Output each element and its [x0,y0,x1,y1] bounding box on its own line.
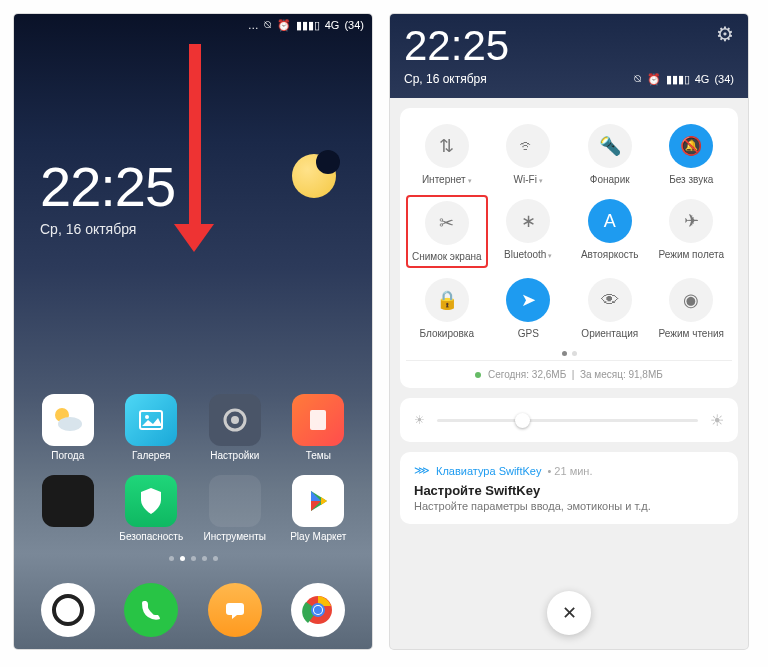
notification-card[interactable]: ⋙ Клавиатура SwiftKey • 21 мин. Настройт… [400,452,738,524]
battery-label: (34) [344,19,364,31]
qs-label: Режим чтения [659,328,724,339]
alarm-icon: ⏰ [277,19,291,32]
orientation-icon: 👁 [588,278,632,322]
tools-folder-icon [209,475,261,527]
dock-camera[interactable] [41,583,95,637]
qs-label: Ориентация [581,328,638,339]
brightness-track[interactable] [437,419,698,422]
qs-label: Автояркость [581,249,639,260]
chevron-down-icon: ▾ [539,177,543,184]
qs-mute[interactable]: 🔕Без звука [651,120,733,189]
svg-rect-6 [310,410,326,430]
flashlight-icon: 🔦 [588,124,632,168]
settings-gear-icon[interactable]: ⚙ [716,22,734,46]
app-settings[interactable]: Настройки [195,394,275,461]
network-label: 4G [325,19,340,31]
qs-lock[interactable]: 🔒Блокировка [406,274,488,343]
app-play-store[interactable]: Play Маркет [278,475,358,542]
airplane-icon: ✈ [669,199,713,243]
qs-screenshot[interactable]: ✂Снимок экрана [406,195,488,268]
close-panel-button[interactable]: ✕ [547,591,591,635]
security-icon [125,475,177,527]
reading-mode-icon: ◉ [669,278,713,322]
notif-app-name: Клавиатура SwiftKey [436,465,541,477]
alarm-icon: ⏰ [647,73,661,86]
qs-label: Интернет▾ [422,174,472,185]
qs-airplane[interactable]: ✈Режим полета [651,195,733,268]
brightness-slider[interactable]: ☀ ☀ [400,398,738,442]
app-grid: Погода Галерея Настройки Темы [14,394,372,561]
panel-header: 22:25 ⚙ Ср, 16 октября ⦰ ⏰ ▮▮▮▯ 4G (34) [390,14,748,98]
quick-settings-panel: ⇅Интернет▾ᯤWi-Fi▾🔦Фонарик🔕Без звука✂Сним… [400,108,738,388]
panel-status-icons: ⦰ ⏰ ▮▮▮▯ 4G (34) [634,73,734,86]
qs-label: Режим полета [659,249,724,260]
app-weather[interactable]: Погода [28,394,108,461]
signal-icon: ▮▮▮▯ [296,19,320,32]
qs-mobile-data[interactable]: ⇅Интернет▾ [406,120,488,189]
swiftkey-icon: ⋙ [414,464,430,477]
qs-orientation[interactable]: 👁Ориентация [569,274,651,343]
svg-point-3 [145,415,149,419]
data-usage-row[interactable]: Сегодня: 32,6МБ | За месяц: 91,8МБ [406,360,732,380]
qs-label: GPS [518,328,539,339]
app-gallery[interactable]: Галерея [111,394,191,461]
qs-label: Bluetooth▾ [504,249,552,260]
home-screen: … ⦰ ⏰ ▮▮▮▯ 4G (34) 22:25 Ср, 16 октября … [14,14,372,649]
themes-icon [292,394,344,446]
qs-page-indicator [406,351,732,356]
svg-point-5 [231,416,239,424]
app-themes[interactable]: Темы [278,394,358,461]
qs-auto-brightness[interactable]: AАвтояркость [569,195,651,268]
svg-rect-7 [226,603,244,615]
notif-title: Настройте SwiftKey [414,483,724,498]
folder-icon [42,475,94,527]
qs-gps[interactable]: ➤GPS [488,274,570,343]
signal-icon: ▮▮▮▯ [666,73,690,86]
dock-browser[interactable] [291,583,345,637]
chevron-down-icon: ▾ [548,252,552,259]
qs-label: Без звука [669,174,713,185]
dots-icon: … [248,19,259,31]
gallery-icon [125,394,177,446]
dock-messages[interactable] [208,583,262,637]
brightness-low-icon: ☀ [414,413,425,427]
weather-icon [42,394,94,446]
panel-time: 22:25 [404,22,509,70]
wifi-icon: ᯤ [506,124,550,168]
notif-body: Настройте параметры ввода, эмотиконы и т… [414,500,724,512]
chevron-down-icon: ▾ [468,177,472,184]
qs-reading-mode[interactable]: ◉Режим чтения [651,274,733,343]
qs-flashlight[interactable]: 🔦Фонарик [569,120,651,189]
qs-bluetooth[interactable]: ∗Bluetooth▾ [488,195,570,268]
mute-icon: 🔕 [669,124,713,168]
qs-label: Фонарик [590,174,630,185]
svg-point-12 [314,606,322,614]
gps-icon: ➤ [506,278,550,322]
page-indicator [26,556,360,561]
lock-icon: 🔒 [425,278,469,322]
svg-point-1 [58,417,82,431]
quick-settings-screen: 22:25 ⚙ Ср, 16 октября ⦰ ⏰ ▮▮▮▯ 4G (34) … [390,14,748,649]
alarm-off-icon: ⦰ [264,19,272,32]
qs-wifi[interactable]: ᯤWi-Fi▾ [488,120,570,189]
weather-moon-icon[interactable] [292,154,336,198]
swipe-down-arrow [188,44,202,244]
qs-label: Wi-Fi▾ [514,174,543,185]
app-folder-google[interactable] [28,475,108,542]
app-security[interactable]: Безопасность [111,475,191,542]
data-dot-icon [475,372,481,378]
dock-phone[interactable] [124,583,178,637]
bluetooth-icon: ∗ [506,199,550,243]
auto-brightness-icon: A [588,199,632,243]
status-bar: … ⦰ ⏰ ▮▮▮▯ 4G (34) [14,14,372,36]
dock [14,583,372,637]
play-store-icon [292,475,344,527]
alarm-off-icon: ⦰ [634,73,642,86]
brightness-high-icon: ☀ [710,411,724,430]
app-tools[interactable]: Инструменты [195,475,275,542]
brightness-thumb[interactable] [515,413,530,428]
screenshot-icon: ✂ [425,201,469,245]
qs-label: Блокировка [419,328,474,339]
panel-date: Ср, 16 октября [404,72,487,86]
qs-label: Снимок экрана [412,251,482,262]
